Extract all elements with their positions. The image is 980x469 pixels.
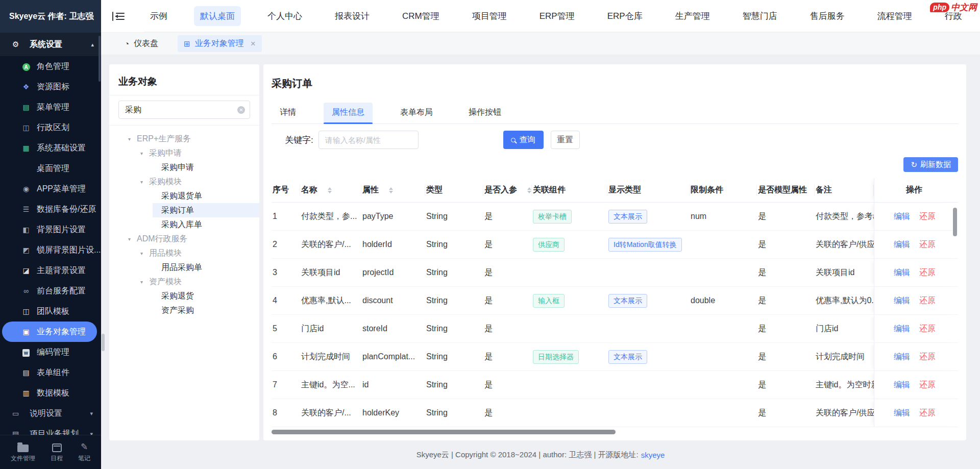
sidebar-item[interactable]: ▦系统基础设置 <box>0 138 101 158</box>
collapse-sidebar-icon[interactable] <box>112 11 125 21</box>
tree-caret-icon[interactable]: ▾ <box>140 251 149 256</box>
table-horizontal-scrollbar-thumb[interactable] <box>272 430 616 434</box>
tree-node[interactable]: 采购退货单 <box>109 189 259 203</box>
page-tab[interactable]: ⊞业务对象管理× <box>178 35 262 52</box>
tree-node[interactable]: 采购订单 <box>109 203 259 217</box>
edit-link[interactable]: 编辑 <box>894 267 910 278</box>
sidebar-item[interactable]: ◩锁屏背景图片设... <box>0 240 101 260</box>
tree-node[interactable]: ▾用品模块 <box>109 246 259 260</box>
cell-type: String <box>425 352 483 361</box>
sidebar-scrollbar-thumb[interactable] <box>99 36 101 82</box>
tree-node[interactable]: ▾资产模块 <box>109 275 259 289</box>
sidebar-item[interactable]: w编码管理 <box>0 342 101 362</box>
top-nav-tab[interactable]: 个人中心 <box>261 6 308 26</box>
sidebar-item[interactable]: ▣业务对象管理 <box>2 322 97 342</box>
sidebar-section[interactable]: ▤项目业务规划▾ <box>0 424 101 435</box>
sidebar-item-label: 数据库备份/还原 <box>37 204 96 215</box>
sidebar-item[interactable]: ◫团队模板 <box>0 301 101 322</box>
sidebar-item[interactable]: ▤表单组件 <box>0 362 101 383</box>
content-scrollbar-thumb[interactable] <box>102 334 105 351</box>
tree-caret-icon[interactable]: ▾ <box>140 179 149 185</box>
page-tab[interactable]: ◔仪表盘 <box>118 35 164 52</box>
keyword-input[interactable] <box>318 131 419 149</box>
tree-caret-icon[interactable]: ▾ <box>128 136 137 142</box>
sidebar-item[interactable]: ☰数据库备份/还原 <box>0 199 101 219</box>
sidebar-item[interactable]: A角色管理 <box>0 56 101 77</box>
tree-node[interactable]: ▾采购模块 <box>109 175 259 189</box>
tree-node[interactable]: 资产采购 <box>109 303 259 317</box>
restore-link[interactable]: 还原 <box>919 324 936 334</box>
restore-link[interactable]: 还原 <box>919 211 936 222</box>
sidebar-item[interactable]: ◉APP菜单管理 <box>0 179 101 199</box>
tree-node[interactable]: 用品采购单 <box>109 260 259 275</box>
restore-link[interactable]: 还原 <box>919 380 936 390</box>
top-nav-tab[interactable]: 默认桌面 <box>194 6 241 26</box>
sort-arrows-icon[interactable] <box>389 187 393 193</box>
restore-link[interactable]: 还原 <box>919 408 936 418</box>
sort-arrows-icon[interactable] <box>527 187 531 193</box>
tree-node[interactable]: ▾ERP+生产服务 <box>109 132 259 146</box>
clear-search-icon[interactable]: ✕ <box>237 106 245 114</box>
sidebar-item[interactable]: ▥数据模板 <box>0 383 101 403</box>
restore-link[interactable]: 还原 <box>919 295 936 306</box>
top-nav-tab[interactable]: ERP仓库 <box>601 6 649 26</box>
refresh-data-button[interactable]: ↻ 刷新数据 <box>903 157 958 172</box>
sidebar-section-system-settings[interactable]: ⚙ 系统设置 ▴ <box>0 33 101 56</box>
edit-link[interactable]: 编辑 <box>894 295 910 306</box>
tree-caret-icon[interactable]: ▾ <box>128 236 137 242</box>
top-nav-tab[interactable]: 项目管理 <box>466 6 513 26</box>
top-nav-tab[interactable]: 示例 <box>144 6 174 26</box>
detail-tab[interactable]: 表单布局 <box>392 103 441 124</box>
sidebar-footer-action[interactable]: 文件管理 <box>11 442 35 463</box>
column-header[interactable]: 是否入参 <box>483 185 532 196</box>
sidebar-item[interactable]: ▤菜单管理 <box>0 97 101 117</box>
sidebar-item[interactable]: ◪主题背景设置 <box>0 260 101 281</box>
edit-link[interactable]: 编辑 <box>894 380 910 390</box>
column-header[interactable]: 名称 <box>300 185 361 196</box>
tree-search-input[interactable] <box>118 101 250 119</box>
top-nav-tab[interactable]: 智慧门店 <box>737 6 783 26</box>
tree-node[interactable]: 采购退货 <box>109 289 259 303</box>
top-nav-tab[interactable]: 流程管理 <box>871 6 918 26</box>
edit-link[interactable]: 编辑 <box>894 408 910 418</box>
tree-node[interactable]: 采购入库单 <box>109 217 259 232</box>
edit-link[interactable]: 编辑 <box>894 211 910 222</box>
sidebar-item[interactable]: ◫行政区划 <box>0 117 101 138</box>
sidebar-item[interactable]: ◧背景图片设置 <box>0 219 101 240</box>
edit-link[interactable]: 编辑 <box>894 239 910 250</box>
top-nav-tab[interactable]: ERP管理 <box>533 6 581 26</box>
sidebar-item[interactable]: ❖资源图标 <box>0 77 101 97</box>
top-nav-tab[interactable]: 生产管理 <box>669 6 716 26</box>
restore-link[interactable]: 还原 <box>919 239 936 250</box>
top-nav-tab[interactable]: 报表设计 <box>329 6 376 26</box>
tree-node[interactable]: ▾采购申请 <box>109 146 259 160</box>
sidebar-item[interactable]: 桌面管理 <box>0 158 101 179</box>
column-header[interactable]: 属性 <box>361 185 425 196</box>
table-row: 5门店idstoreIdString是是门店id编辑还原 <box>272 315 958 343</box>
tree-node[interactable]: ▾ADM行政服务 <box>109 232 259 246</box>
table-row: 6计划完成时间planComplat...String是日期选择器文本展示是计划… <box>272 343 958 371</box>
top-nav-tab[interactable]: 售后服务 <box>804 6 851 26</box>
sidebar-footer-action[interactable]: 日程 <box>51 442 63 463</box>
reset-button[interactable]: 重置 <box>551 131 580 149</box>
tree-caret-icon[interactable]: ▾ <box>140 279 149 285</box>
detail-tab[interactable]: 属性信息 <box>324 103 373 124</box>
table-vertical-scrollbar-thumb[interactable] <box>953 208 957 236</box>
edit-link[interactable]: 编辑 <box>894 352 910 362</box>
restore-link[interactable]: 还原 <box>919 352 936 362</box>
restore-link[interactable]: 还原 <box>919 267 936 278</box>
detail-tab[interactable]: 详情 <box>272 103 304 124</box>
cell-attr: projectId <box>361 268 425 277</box>
query-button[interactable]: 查询 <box>503 131 544 149</box>
top-nav-tab[interactable]: CRM管理 <box>396 6 446 26</box>
sort-arrows-icon[interactable] <box>328 187 332 193</box>
sidebar-item[interactable]: ∞前台服务配置 <box>0 281 101 301</box>
sidebar-footer-action[interactable]: ✎笔记 <box>78 441 90 463</box>
close-icon[interactable]: × <box>251 39 256 49</box>
sidebar-section[interactable]: ▭说明设置▾ <box>0 403 101 424</box>
detail-tab[interactable]: 操作按钮 <box>460 103 509 124</box>
edit-link[interactable]: 编辑 <box>894 324 910 334</box>
tree-caret-icon[interactable]: ▾ <box>140 151 149 156</box>
tree-node[interactable]: 采购申请 <box>109 160 259 175</box>
opensource-link[interactable]: skyeye <box>641 451 665 459</box>
